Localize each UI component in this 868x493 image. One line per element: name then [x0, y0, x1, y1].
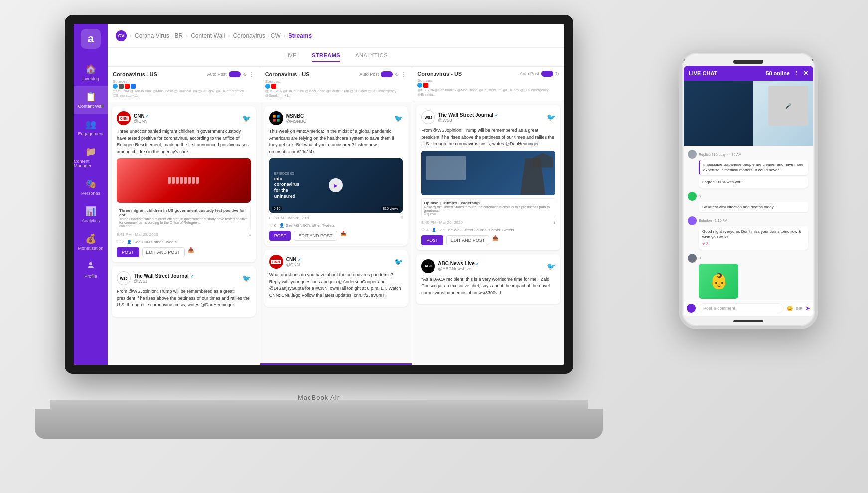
tweet-card-cnn-1: CNN CNN ✓ @CNN [112, 106, 256, 262]
verified-badge-wsj-2: ✓ [495, 113, 498, 118]
video-thumb-msnbc[interactable]: EPISODE 05 intocoronavirusfor theuninsur… [269, 158, 403, 213]
verified-badge-abc: ✓ [476, 262, 479, 266]
tweet-time-cnn-1: 8:41 PM · Mar 26, 2020 [117, 232, 158, 237]
archive-icon-msnbc[interactable]: 📥 [340, 231, 346, 241]
chat-input-field[interactable]: Post a comment [699, 303, 784, 313]
author-handle-abc: @ABCNewsLive [438, 266, 479, 271]
chat-username-3: Butadon · 1:10 PM [699, 219, 727, 222]
breadcrumb-coronavirus-cw[interactable]: Coronavirus - CW [233, 32, 280, 39]
twitter-source-icon-1 [113, 84, 118, 89]
svg-point-0 [89, 262, 92, 265]
tweet-info-wsj-2: ℹ [554, 220, 555, 225]
sidebar-item-engagement[interactable]: 👥 Engagement [74, 114, 108, 141]
sidebar-item-profile[interactable]: Profile [74, 256, 108, 284]
author-name-cnn-1: CNN ✓ [134, 113, 149, 119]
chat-message-1: Replied 310rbboy · 4:36 AM Impossible! J… [688, 150, 809, 188]
refresh-icon-2[interactable]: ↻ [395, 72, 399, 77]
profile-icon [86, 261, 95, 272]
refresh-icon-3[interactable]: ↻ [555, 71, 559, 77]
author-name-cnn-2: CNN ✓ [286, 257, 301, 262]
tweet-see-more-msnbc[interactable]: 👤 See MSNBC's other Tweets [279, 223, 335, 228]
edit-post-button-cnn-1[interactable]: EDIT AND POST [142, 247, 185, 257]
play-button-msnbc[interactable]: ▶ [329, 178, 343, 192]
twitter-icon-cnn-1: 🐦 [242, 114, 251, 122]
archive-icon-wsj-2[interactable]: 📥 [492, 235, 498, 245]
verified-badge-wsj-1: ✓ [190, 274, 194, 279]
tab-live[interactable]: LIVE [284, 52, 297, 62]
tweet-text-cnn-2: What questions do you have about the cor… [269, 272, 403, 299]
phone-camera [682, 58, 685, 61]
dots-menu-2[interactable]: ⋮ [401, 71, 407, 78]
chat-messages: Replied 310rbboy · 4:36 AM Impossible! J… [684, 146, 813, 300]
send-icon[interactable]: ➤ [805, 305, 810, 312]
tweet-subcaption-cnn-1: Three unaccompanied migrant children in … [119, 217, 248, 224]
yt-source-icon-3 [423, 83, 428, 88]
author-handle-cnn-2: @CNN [286, 262, 301, 267]
avatar-wsj-1: WSJ [117, 271, 131, 285]
chat-input-bar: Post a comment 😊 GIF ➤ [684, 300, 813, 316]
post-button-msnbc[interactable]: POST [269, 231, 291, 241]
author-name-abc: ABC News Live ✓ [438, 261, 479, 266]
svg-rect-4 [277, 119, 279, 121]
chat-username-4: B [699, 256, 701, 260]
chat-bubble-1: Impossible! Japanese people are cleaner … [699, 160, 808, 175]
gif-icon[interactable]: GIF [796, 306, 802, 311]
phone-notch [733, 60, 763, 64]
tweet-subcaption-wsj-2: Rallying the United States through the c… [424, 205, 553, 212]
phone-frame: LIVE CHAT 58 online ⋮ ✕ 🎤 ▶ [679, 50, 818, 329]
edit-post-button-msnbc[interactable]: EDIT AND POST [294, 231, 337, 241]
sidebar-item-content-manager[interactable]: 📁 Content Manager [74, 141, 108, 173]
tweet-see-more-cnn-1[interactable]: 👤 See CNN's other Tweets [127, 240, 176, 244]
tweet-card-wsj-1: WSJ The Wall Street Journal ✓ @WSJ [112, 266, 256, 317]
chat-bubble-3: Good night everyone. Don't miss your tra… [699, 226, 808, 250]
breadcrumb-streams: Streams [289, 32, 312, 39]
chat-avatar-4 [688, 254, 697, 263]
twitter-source-icon-2 [265, 84, 270, 89]
auto-post-toggle-1[interactable] [229, 71, 241, 77]
chat-avatar-1 [688, 150, 697, 159]
author-name-msnbc: MSNBC [286, 113, 307, 119]
tweet-card-wsj-2: WSJ The Wall Street Journal ✓ @WSJ [416, 105, 560, 250]
home-indicator[interactable] [733, 320, 763, 322]
breadcrumb-corona-br[interactable]: Corona Virus - BR [135, 32, 183, 39]
author-handle-cnn-1: @CNN [134, 119, 149, 124]
personas-icon: 🎭 [85, 178, 96, 189]
post-button-cnn-1[interactable]: POST [117, 247, 139, 257]
auto-post-toggle-3[interactable] [541, 71, 553, 77]
chat-message-4: B 👶 [688, 254, 809, 299]
tab-streams[interactable]: STREAMS [312, 52, 340, 62]
sidebar-item-liveblog[interactable]: 🏠 Liveblog [74, 59, 108, 86]
tweet-see-more-wsj-2[interactable]: 👤 See The Wall Street Journal's other Tw… [432, 228, 514, 232]
laptop-screen: a 🏠 Liveblog 📋 Content Wall 👥 Engagement [74, 24, 564, 365]
edit-post-button-wsj-2[interactable]: EDIT AND POST [446, 235, 489, 245]
app-logo[interactable]: a [81, 29, 101, 49]
cv-badge: CV [116, 30, 127, 41]
tweet-image-wsj-2 [421, 151, 555, 195]
emoji-icon[interactable]: 😊 [787, 306, 793, 311]
sidebar-item-analytics[interactable]: 📊 Analytics [74, 201, 108, 228]
tweet-card-cnn-2: CNN CNN ✓ @CNN [264, 250, 408, 307]
sidebar-item-personas[interactable]: 🎭 Personas [74, 173, 108, 201]
sidebar-label-content-wall: Content Wall [78, 104, 103, 109]
main-content: CV › Corona Virus - BR › Content Wall › … [108, 24, 564, 365]
sidebar-item-content-wall[interactable]: 📋 Content Wall [74, 86, 108, 114]
twitter-icon-wsj-1: 🐦 [242, 274, 251, 282]
chat-video[interactable]: 🎤 ▶ [684, 81, 813, 146]
tweet-likes-msnbc: ♡ 6 [269, 223, 276, 228]
sidebar-label-profile: Profile [84, 274, 97, 279]
chat-close-button[interactable]: ✕ [803, 70, 808, 77]
sidebar-item-monetization[interactable]: 💰 Monetization [74, 228, 108, 256]
post-button-wsj-2[interactable]: POST [421, 235, 443, 245]
stream-header-2: Coronavirus - US Auto Post ↻ ⋮ [260, 67, 412, 102]
auto-post-toggle-2[interactable] [381, 71, 393, 77]
dots-menu-1[interactable]: ⋮ [249, 71, 255, 78]
tab-analytics[interactable]: ANALYTICS [355, 52, 388, 62]
archive-icon-cnn-1[interactable]: 📥 [188, 247, 194, 257]
sidebar-label-monetization: Monetization [78, 246, 103, 251]
breadcrumb-content-wall[interactable]: Content Wall [191, 32, 225, 39]
tweet-caption-cnn-1: Three migrant children in US government … [119, 208, 248, 217]
tweet-likes-wsj-2: ♡ 4 [421, 228, 428, 232]
chat-dots-menu[interactable]: ⋮ [794, 70, 799, 77]
refresh-icon-1[interactable]: ↻ [243, 72, 247, 77]
author-handle-msnbc: @MSNBC [286, 119, 307, 124]
